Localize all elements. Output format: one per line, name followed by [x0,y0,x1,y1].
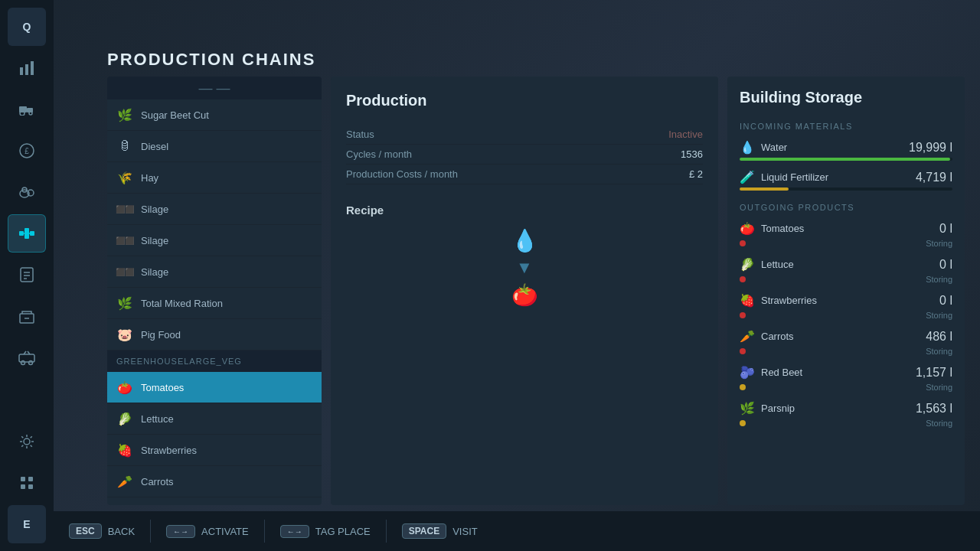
sidebar-item-q[interactable]: Q [8,8,46,46]
sidebar-item-settings[interactable] [8,422,46,461]
storage-row-liquid-fertilizer: 🧪 Liquid Fertilizer 4,719 l [740,170,952,191]
list-item-diesel[interactable]: 🛢 Diesel [107,131,322,162]
list-item-hay[interactable]: 🌾 Hay [107,162,322,194]
visit-key-badge: SPACE [402,523,446,539]
list-item-silage1[interactable]: ⬛⬛ Silage [107,194,322,225]
sidebar-item-production[interactable] [8,214,46,253]
list-item-strawberries[interactable]: 🍓 Strawberries [107,435,322,466]
recipe-arrow-icon: ▼ [516,258,533,278]
production-row-status: Status Inactive [346,125,703,145]
sidebar-item-market[interactable] [8,297,46,335]
water-label: Water [761,142,787,153]
svg-rect-31 [21,484,25,489]
cycles-label: Cycles / month [346,148,412,160]
storage-row-carrots-out: 🥕 Carrots 486 l Storing [740,329,952,356]
hay-icon: 🌾 [116,169,133,186]
svg-text:£: £ [24,147,29,155]
visit-label: VISIT [452,526,478,537]
strawberries-out-icon: 🍓 [740,293,755,308]
liquid-fertilizer-value: 4,719 l [916,171,952,184]
activate-label: ACTIVATE [201,526,249,537]
section-header-greenhouse: GREENHOUSELARGE_VEG [107,350,322,372]
list-item-silage2[interactable]: ⬛⬛ Silage [107,225,322,256]
carrots-out-dot [740,348,746,354]
list-item-silage3[interactable]: ⬛⬛ Silage [107,256,322,288]
tomatoes-out-status: Storing [926,239,952,248]
svg-rect-14 [30,231,34,236]
sidebar-item-e[interactable]: E [8,505,46,543]
tag-place-key-badge: ←→ [280,525,309,538]
status-value: Inactive [668,129,703,140]
carrots-out-status: Storing [926,347,952,356]
list-item-sugar-beet-cut[interactable]: 🌿 Sugar Beet Cut [107,99,322,131]
bottom-divider-2 [264,520,265,543]
list-item-tomatoes[interactable]: 🍅 Tomatoes [107,372,322,403]
svg-rect-1 [25,64,28,75]
svg-point-28 [24,439,30,445]
bottom-divider-3 [386,520,387,543]
lettuce-label: Lettuce [141,413,312,425]
liquid-fertilizer-label: Liquid Fertilizer [761,171,828,183]
carrots-icon: 🥕 [116,473,133,490]
tomatoes-label: Tomatoes [141,382,312,393]
tomatoes-out-value: 0 l [939,222,952,236]
recipe-visual: 💧 ▼ 🍅 [346,228,703,308]
lettuce-out-dot [740,276,746,282]
list-item-red-beet[interactable]: 🫐 Red Beet [107,497,322,505]
status-label: Status [346,129,374,140]
carrots-label: Carrots [141,476,312,487]
red-beet-out-status: Storing [926,383,952,392]
tag-place-button[interactable]: ←→ TAG PLACE [280,525,371,538]
recipe-output-icon: 🍅 [511,282,538,308]
list-item-carrots[interactable]: 🥕 Carrots [107,466,322,497]
parsnip-out-dot [740,420,746,426]
outgoing-products-title: OUTGOING PRODUCTS [740,203,952,212]
list-item-total-mixed[interactable]: 🌿 Total Mixed Ration [107,288,322,319]
strawberries-icon: 🍓 [116,442,133,458]
strawberries-out-dot [740,312,746,318]
production-panel-title: Production [346,92,703,109]
bottom-bar: ESC BACK ←→ ACTIVATE ←→ TAG PLACE SPACE … [54,511,980,551]
sidebar-item-grid[interactable] [8,464,46,502]
sidebar-item-tasks[interactable] [8,256,46,294]
svg-rect-17 [21,268,33,282]
strawberries-out-label: Strawberries [761,295,817,306]
tomatoes-out-label: Tomatoes [761,223,804,234]
pig-food-icon: 🐷 [116,326,133,343]
diesel-icon: 🛢 [116,138,133,155]
sidebar-item-tractor[interactable] [8,90,46,129]
esc-back-button[interactable]: ESC BACK [69,523,135,539]
visit-button[interactable]: SPACE VISIT [402,523,478,539]
activate-button[interactable]: ←→ ACTIVATE [166,525,249,538]
sidebar-item-money[interactable]: £ [8,132,46,170]
diesel-label: Diesel [141,141,312,152]
total-mixed-label: Total Mixed Ration [141,298,312,309]
activate-key-badge: ←→ [166,525,195,538]
water-icon: 💧 [740,140,755,155]
list-item-lettuce[interactable]: 🥬 Lettuce [107,403,322,435]
parsnip-out-icon: 🌿 [740,401,755,416]
silage3-icon: ⬛⬛ [116,263,133,280]
sidebar-item-stats[interactable] [8,49,46,87]
sidebar-item-vehicles[interactable] [8,338,46,377]
svg-point-25 [29,361,33,365]
liquid-fertilizer-icon: 🧪 [740,170,755,184]
sugar-beet-cut-icon: 🌿 [116,106,133,123]
parsnip-out-status: Storing [926,419,952,428]
red-beet-out-value: 1,157 l [916,366,952,380]
production-row-costs: Production Costs / month £ 2 [346,165,703,184]
page-title: PRODUCTION CHAINS [107,50,315,70]
strawberries-out-status: Storing [926,311,952,320]
sidebar-item-animals[interactable] [8,173,46,211]
lettuce-out-status: Storing [926,275,952,284]
svg-rect-30 [28,477,33,481]
list-item-pig-food[interactable]: 🐷 Pig Food [107,319,322,350]
strawberries-out-value: 0 l [939,294,952,308]
water-bar [740,158,950,161]
storage-panel: Building Storage INCOMING MATERIALS 💧 Wa… [727,77,965,505]
sugar-beet-cut-label: Sugar Beet Cut [141,109,312,121]
red-beet-out-dot [740,384,746,390]
red-beet-out-icon: 🫐 [740,365,755,380]
storage-row-tomatoes-out: 🍅 Tomatoes 0 l Storing [740,221,952,248]
lettuce-icon: 🥬 [116,410,133,427]
